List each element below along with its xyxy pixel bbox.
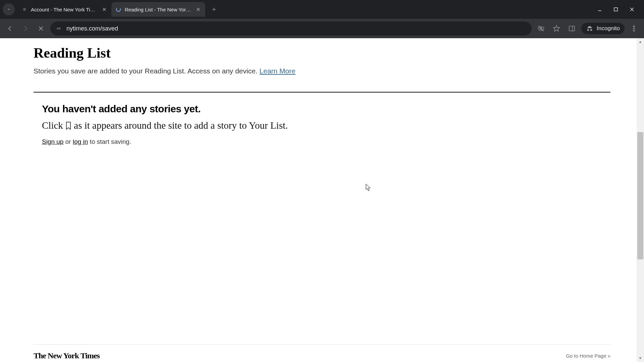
empty-prefix: Click — [42, 120, 65, 131]
signin-suffix: to start saving. — [88, 138, 131, 145]
empty-suffix: as it appears around the site to add a s… — [71, 120, 288, 131]
side-panel-icon[interactable] — [566, 22, 578, 35]
login-link[interactable]: log in — [73, 138, 88, 145]
svg-rect-21 — [569, 26, 575, 31]
browser-tab-active[interactable]: Reading List - The New York Times — [111, 2, 205, 17]
nyt-logo[interactable]: The New York Times — [34, 351, 100, 360]
browser-menu-icon[interactable] — [628, 22, 640, 35]
empty-state-heading: You haven't added any stories yet. — [42, 103, 610, 115]
svg-rect-16 — [59, 28, 61, 28]
tab-search-button[interactable] — [3, 3, 15, 15]
tab-title: Account - The New York Times — [31, 7, 99, 12]
bookmark-star-icon[interactable] — [550, 22, 562, 35]
incognito-label: Incognito — [597, 25, 620, 32]
stop-reload-button[interactable] — [35, 22, 47, 35]
cookie-blocked-icon[interactable] — [535, 22, 547, 35]
scrollbar[interactable] — [637, 38, 644, 362]
svg-marker-26 — [639, 41, 642, 43]
page-title: Reading List — [34, 45, 610, 61]
forward-button[interactable] — [19, 22, 32, 35]
divider — [34, 92, 610, 93]
svg-point-3 — [116, 7, 120, 11]
svg-point-0 — [23, 8, 26, 11]
signup-link[interactable]: Sign up — [42, 138, 63, 145]
back-button[interactable] — [4, 22, 16, 35]
window-controls — [596, 5, 641, 13]
page-content: Reading List Stories you save are added … — [0, 38, 644, 362]
svg-point-24 — [633, 28, 635, 29]
svg-point-23 — [633, 26, 635, 27]
svg-marker-27 — [639, 357, 642, 359]
svg-rect-17 — [59, 29, 61, 29]
scroll-down-icon[interactable] — [637, 355, 644, 362]
address-bar: nytimes.com/saved Incognito — [0, 19, 644, 38]
scrollbar-thumb[interactable] — [637, 132, 643, 259]
page-subtitle: Stories you save are added to your Readi… — [34, 67, 610, 75]
svg-marker-20 — [553, 25, 559, 31]
close-tab-icon[interactable] — [101, 6, 107, 12]
learn-more-link[interactable]: Learn More — [260, 67, 296, 75]
url-input[interactable]: nytimes.com/saved — [50, 21, 532, 36]
incognito-badge[interactable]: Incognito — [581, 23, 625, 34]
tab-title: Reading List - The New York Times — [125, 7, 193, 12]
browser-tab[interactable]: Account - The New York Times — [17, 2, 111, 17]
or-text: or — [63, 138, 72, 145]
svg-rect-9 — [614, 8, 618, 11]
maximize-button[interactable] — [612, 5, 620, 13]
signin-prompt: Sign up or log in to start saving. — [42, 138, 610, 145]
home-page-link[interactable]: Go to Home Page » — [566, 353, 610, 359]
scroll-up-icon[interactable] — [637, 38, 644, 46]
url-text: nytimes.com/saved — [66, 25, 526, 32]
bookmark-icon — [65, 121, 71, 132]
svg-rect-15 — [57, 29, 59, 29]
tab-favicon-icon — [21, 6, 28, 12]
loading-spinner-icon — [115, 6, 121, 12]
page-footer: The New York Times Go to Home Page » — [34, 344, 610, 362]
new-tab-button[interactable] — [208, 3, 220, 15]
close-tab-icon[interactable] — [195, 6, 201, 12]
empty-state-instructions: Click as it appears around the site to a… — [42, 120, 610, 132]
svg-rect-14 — [57, 28, 59, 28]
tab-bar: Account - The New York Times Reading Lis… — [0, 0, 644, 19]
svg-point-25 — [633, 30, 635, 32]
site-info-icon[interactable] — [56, 25, 62, 32]
subtitle-text: Stories you save are added to your Readi… — [34, 67, 260, 75]
minimize-button[interactable] — [596, 5, 604, 13]
close-window-button[interactable] — [628, 5, 636, 13]
